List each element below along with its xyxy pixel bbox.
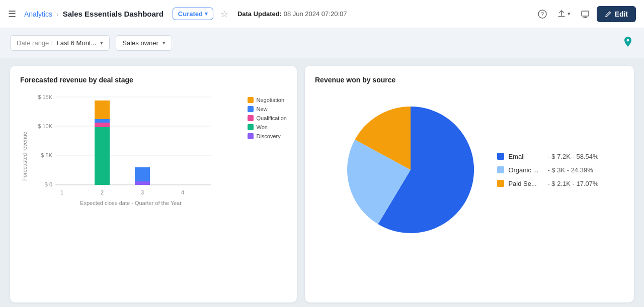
legend-item-new: New: [248, 106, 287, 112]
filters-bar: Date range : Last 6 Mont... ▾ Sales owne…: [0, 28, 644, 58]
svg-rect-2: [582, 11, 589, 16]
pie-swatch-paid: [497, 180, 504, 187]
svg-text:2: 2: [101, 189, 104, 195]
share-icon: [557, 10, 566, 19]
y-axis-label: Forecasted revenue: [22, 132, 28, 181]
pie-legend-paid: Paid Se... - $ 2.1K - 17.07%: [497, 180, 598, 187]
monitor-icon: [581, 10, 590, 19]
share-button[interactable]: ▾: [554, 8, 574, 21]
svg-text:Expected close date - Quarter : Expected close date - Quarter of the Yea…: [80, 200, 182, 206]
legend-item-negotiation: Negotiation: [248, 97, 287, 103]
pie-legend-email: Email - $ 7.2K - 58.54%: [497, 153, 598, 160]
breadcrumb-separator: ›: [56, 10, 59, 18]
pie-chart-card: Revenue won by source: [305, 66, 634, 302]
data-updated-info: Data Updated: 08 Jun 2024 07:20:07: [237, 10, 347, 18]
bar-chart-title: Forecasted revenue by deal stage: [20, 76, 287, 84]
pie-label-organic: Organic ...: [508, 166, 543, 174]
help-button[interactable]: ?: [535, 8, 550, 21]
page-title: Sales Essentials Dashboard: [63, 10, 164, 18]
svg-text:$ 15K: $ 15K: [38, 94, 52, 100]
breadcrumb-analytics-link[interactable]: Analytics: [24, 10, 52, 18]
share-chevron-icon: ▾: [568, 11, 571, 17]
sales-owner-label: Sales owner: [122, 39, 158, 47]
pie-swatch-email: [497, 153, 504, 160]
help-icon: ?: [538, 10, 547, 19]
sales-owner-chevron-icon: ▾: [163, 40, 166, 46]
legend-swatch-qualification: [248, 115, 254, 121]
legend-swatch-negotiation: [248, 97, 254, 103]
date-range-value: Last 6 Mont...: [57, 39, 97, 47]
svg-text:4: 4: [181, 189, 184, 195]
pie-label-email: Email: [508, 153, 543, 160]
teal-pin-icon: [622, 36, 634, 51]
header-actions: ? ▾ Edit: [535, 6, 636, 22]
bar-q3-new: [135, 167, 150, 181]
bar-chart-card: Forecasted revenue by deal stage Forecas…: [10, 66, 297, 302]
svg-text:3: 3: [141, 189, 144, 195]
edit-button[interactable]: Edit: [597, 6, 636, 22]
date-range-dropdown[interactable]: Date range : Last 6 Mont... ▾: [10, 35, 110, 51]
pie-value-organic: - $ 3K - 24.39%: [547, 166, 593, 174]
legend-swatch-new: [248, 106, 254, 112]
pie-value-email: - $ 7.2K - 58.54%: [547, 153, 598, 160]
hamburger-icon[interactable]: ☰: [8, 9, 16, 20]
curated-badge[interactable]: Curated ▾: [173, 8, 213, 20]
pie-legend: Email - $ 7.2K - 58.54% Organic ... - $ …: [497, 153, 598, 187]
pie-swatch-organic: [497, 166, 504, 173]
date-range-label: Date range :: [17, 39, 53, 47]
bar-q3-discovery: [135, 181, 150, 185]
edit-label: Edit: [615, 10, 628, 18]
svg-text:$ 10K: $ 10K: [38, 123, 52, 129]
bar-q2-negotiation: [95, 100, 110, 119]
bar-q2-won: [95, 127, 110, 185]
favorite-icon[interactable]: ☆: [220, 9, 228, 20]
app-header: ☰ Analytics › Sales Essentials Dashboard…: [0, 0, 644, 28]
bar-chart-svg: $ 15K $ 10K $ 5K $ 0: [30, 92, 252, 233]
main-content: Forecasted revenue by deal stage Forecas…: [0, 58, 644, 307]
pie-label-paid: Paid Se...: [508, 180, 543, 187]
date-range-chevron-icon: ▾: [100, 40, 103, 46]
edit-icon: [605, 11, 612, 18]
pie-value-paid: - $ 2.1K - 17.07%: [547, 180, 598, 187]
breadcrumb: Analytics › Sales Essentials Dashboard: [24, 10, 164, 18]
svg-text:$ 0: $ 0: [45, 181, 52, 187]
legend-item-qualification: Qualification: [248, 115, 287, 121]
pin-icon: [622, 36, 634, 48]
svg-text:$ 5K: $ 5K: [41, 152, 52, 158]
pie-chart-svg: [340, 99, 481, 240]
svg-text:?: ?: [540, 11, 543, 17]
bar-chart-legend: Negotiation New Qualification Won Discov…: [248, 97, 287, 139]
legend-swatch-discovery: [248, 133, 254, 139]
bar-q2-qualification: [95, 123, 110, 127]
bar-q2-new: [95, 119, 110, 123]
pie-legend-organic: Organic ... - $ 3K - 24.39%: [497, 166, 598, 174]
pie-chart-wrapper: Email - $ 7.2K - 58.54% Organic ... - $ …: [315, 92, 624, 248]
legend-swatch-won: [248, 124, 254, 130]
legend-item-won: Won: [248, 124, 287, 130]
sales-owner-dropdown[interactable]: Sales owner ▾: [116, 35, 172, 51]
pie-chart-title: Revenue won by source: [315, 76, 624, 84]
svg-text:1: 1: [60, 189, 63, 195]
curated-chevron-icon: ▾: [205, 11, 208, 17]
curated-label: Curated: [178, 10, 203, 18]
legend-item-discovery: Discovery: [248, 133, 287, 139]
monitor-button[interactable]: [578, 8, 593, 21]
